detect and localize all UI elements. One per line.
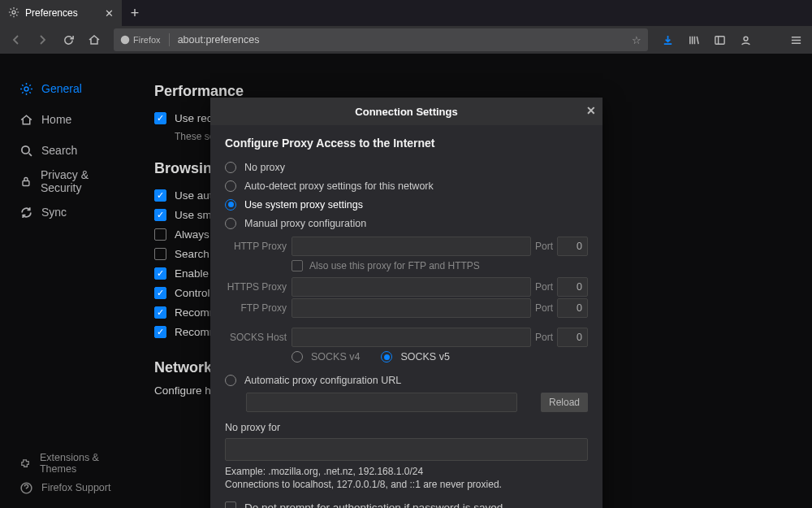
radio-label: Auto-detect proxy settings for this netw… [244, 180, 434, 192]
no-proxy-label: No proxy for [225, 422, 588, 433]
checkbox-label: Also use this proxy for FTP and HTTPS [309, 260, 480, 271]
https-port-input[interactable]: 0 [557, 277, 588, 297]
radio-icon [225, 218, 236, 229]
close-icon[interactable]: ✕ [586, 104, 596, 117]
no-proxy-input[interactable] [225, 438, 588, 461]
svg-rect-2 [715, 36, 723, 43]
svg-point-3 [744, 37, 748, 41]
no-proxy-example: Example: .mozilla.org, .net.nz, 192.168.… [225, 466, 588, 477]
identity-chip: Firefox [120, 35, 161, 45]
identity-label: Firefox [133, 35, 161, 45]
reload-button[interactable] [57, 28, 80, 51]
checkbox-icon [292, 260, 303, 271]
bookmark-star-icon[interactable]: ☆ [632, 34, 641, 46]
url-bar[interactable]: Firefox about:preferences ☆ [114, 28, 648, 51]
radio-socks5[interactable] [381, 351, 392, 363]
radio-icon [225, 162, 236, 173]
radio-system-proxy[interactable]: Use system proxy settings [225, 195, 588, 214]
radio-auto-config-url[interactable]: Automatic proxy configuration URL [225, 371, 588, 389]
ftp-port-input[interactable]: 0 [557, 298, 588, 318]
http-proxy-row: HTTP Proxy Port 0 [225, 236, 588, 257]
field-label: HTTP Proxy [225, 241, 287, 252]
port-label: Port [531, 302, 557, 314]
radio-socks4[interactable] [292, 351, 303, 363]
gear-icon [8, 7, 19, 20]
ftp-proxy-row: FTP Proxy Port 0 [225, 297, 588, 319]
http-proxy-input[interactable] [292, 237, 531, 256]
https-proxy-row: HTTPS Proxy Port 0 [225, 276, 588, 297]
radio-label: SOCKS v4 [311, 351, 360, 363]
divider [169, 33, 170, 46]
home-button[interactable] [83, 28, 106, 51]
radio-label: Manual proxy configuration [244, 218, 366, 229]
radio-icon [225, 180, 236, 192]
reload-button[interactable]: Reload [541, 393, 588, 412]
library-button[interactable] [682, 28, 705, 51]
dialog-subtitle: Configure Proxy Access to the Internet [225, 137, 588, 150]
forward-button[interactable] [31, 28, 54, 51]
dialog-body: Configure Proxy Access to the Internet N… [210, 125, 603, 508]
menu-button[interactable] [784, 28, 807, 51]
tab-preferences[interactable]: Preferences ✕ [0, 0, 122, 26]
modal-overlay: Connection Settings ✕ Configure Proxy Ac… [0, 54, 812, 508]
localhost-note: Connections to localhost, 127.0.0.1/8, a… [225, 479, 588, 490]
socks-port-input[interactable]: 0 [557, 328, 588, 347]
sidebar-button[interactable] [708, 28, 731, 51]
svg-point-0 [12, 10, 15, 13]
field-label: HTTPS Proxy [225, 281, 287, 293]
tab-title: Preferences [25, 7, 78, 19]
checkbox-label: Do not prompt for authentication if pass… [244, 501, 503, 509]
http-port-input[interactable]: 0 [557, 237, 588, 256]
radio-label: Use system proxy settings [244, 199, 363, 211]
account-button[interactable] [734, 28, 757, 51]
dialog-title: Connection Settings [355, 106, 457, 118]
opt-noauth[interactable]: Do not prompt for authentication if pass… [225, 498, 588, 508]
port-label: Port [531, 332, 557, 343]
checkbox-icon [225, 501, 236, 508]
radio-label: SOCKS v5 [400, 351, 449, 363]
port-label: Port [531, 281, 557, 293]
radio-label: No proxy [244, 162, 285, 173]
downloads-button[interactable] [656, 28, 679, 51]
svg-point-1 [121, 36, 130, 45]
tab-strip: Preferences ✕ + [0, 0, 812, 26]
socks-host-input[interactable] [292, 328, 531, 347]
https-proxy-input[interactable] [292, 277, 531, 297]
nav-toolbar: Firefox about:preferences ☆ [0, 26, 812, 54]
radio-icon [225, 375, 236, 386]
socks-host-row: SOCKS Host Port 0 [225, 327, 588, 348]
field-label: FTP Proxy [225, 302, 287, 314]
same-proxy-checkbox[interactable]: Also use this proxy for FTP and HTTPS [292, 260, 588, 271]
back-button[interactable] [5, 28, 28, 51]
autoconfig-url-input[interactable] [246, 393, 517, 412]
field-label: SOCKS Host [225, 332, 287, 343]
socks-version-row: SOCKS v4 SOCKS v5 [292, 351, 588, 363]
radio-manual-proxy[interactable]: Manual proxy configuration [225, 214, 588, 232]
radio-label: Automatic proxy configuration URL [244, 375, 401, 386]
radio-no-proxy[interactable]: No proxy [225, 158, 588, 176]
close-icon[interactable]: ✕ [105, 7, 114, 20]
radio-auto-detect[interactable]: Auto-detect proxy settings for this netw… [225, 176, 588, 195]
radio-icon [225, 199, 236, 211]
connection-settings-dialog: Connection Settings ✕ Configure Proxy Ac… [210, 98, 603, 508]
dialog-titlebar: Connection Settings ✕ [210, 98, 603, 125]
new-tab-button[interactable]: + [122, 0, 148, 26]
port-label: Port [531, 241, 557, 252]
url-text: about:preferences [178, 34, 260, 46]
ftp-proxy-input[interactable] [292, 298, 531, 318]
